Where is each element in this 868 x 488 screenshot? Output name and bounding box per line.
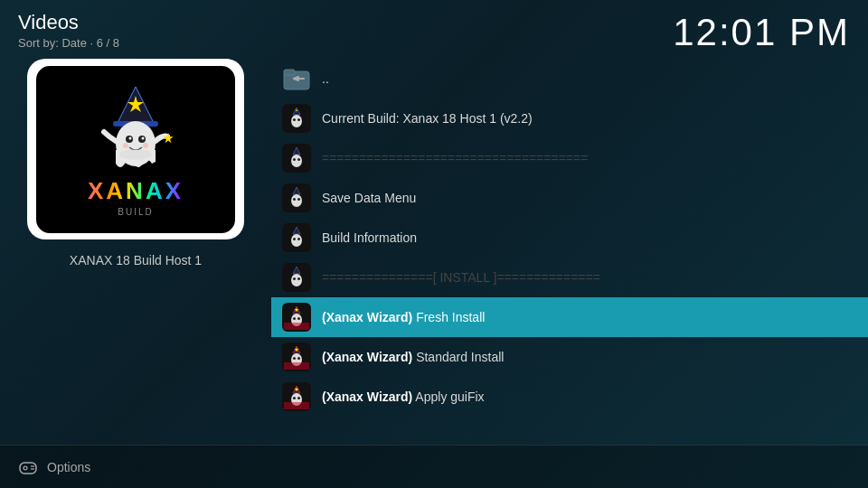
xanax-icon-save-data <box>282 183 311 212</box>
svg-rect-47 <box>284 323 309 330</box>
fresh-install-action: Fresh Install <box>416 310 485 324</box>
apply-guifix-label: (Xanax Wizard) Apply guiFix <box>322 389 857 404</box>
save-data-label: Save Data Menu <box>322 191 857 205</box>
svg-point-58 <box>293 397 296 399</box>
xanax-brand-text: XANAX <box>88 177 184 205</box>
xanax-icon-apply-guifix <box>282 382 311 411</box>
svg-point-7 <box>142 136 145 139</box>
apply-guifix-action: Apply guiFix <box>415 389 484 404</box>
svg-rect-54 <box>284 362 309 370</box>
divider2-label: ===============[ INSTALL ]============== <box>322 270 857 285</box>
svg-point-38 <box>291 274 302 286</box>
build-info-label: Build Information <box>322 230 857 245</box>
svg-point-35 <box>297 238 300 240</box>
list-item-apply-guifix[interactable]: (Xanax Wizard) Apply guiFix <box>271 377 868 417</box>
list-item-divider1: ==================================== <box>271 138 868 178</box>
list-item-fresh-install[interactable]: (Xanax Wizard) Fresh Install <box>271 297 868 337</box>
standard-install-prefix: (Xanax Wizard) <box>322 350 412 364</box>
list-item-back[interactable]: .. <box>271 59 868 99</box>
standard-install-action: Standard Install <box>416 350 504 364</box>
svg-point-52 <box>297 357 300 360</box>
xanax-logo: XANAX BUILD <box>36 66 235 233</box>
svg-point-8 <box>123 143 128 148</box>
svg-rect-13 <box>284 70 295 75</box>
svg-point-18 <box>293 118 296 121</box>
header: Videos Sort by: Date · 6 / 8 12:01 PM <box>0 0 868 65</box>
xanax-icon-standard-install <box>282 343 311 371</box>
list-item-standard-install[interactable]: (Xanax Wizard) Standard Install <box>271 337 868 377</box>
left-panel: XANAX BUILD XANAX 18 Build Host 1 <box>18 59 253 267</box>
fresh-install-prefix: (Xanax Wizard) <box>322 310 412 324</box>
folder-back-icon <box>282 64 311 93</box>
page-subtitle: Sort by: Date · 6 / 8 <box>18 36 119 50</box>
current-build-label: Current Build: Xanax 18 Host 1 (v2.2) <box>322 111 857 126</box>
list-item-divider2: ===============[ INSTALL ]============== <box>271 258 868 297</box>
svg-point-30 <box>297 198 300 201</box>
item-title: XANAX 18 Build Host 1 <box>70 253 202 267</box>
svg-point-63 <box>24 466 27 470</box>
bottom-bar: Options <box>0 445 868 488</box>
svg-point-9 <box>143 143 148 148</box>
xanax-icon-div2 <box>282 263 311 292</box>
svg-point-19 <box>297 118 300 121</box>
svg-point-44 <box>293 317 296 320</box>
xanax-icon-fresh-install <box>282 303 311 332</box>
svg-point-23 <box>291 155 302 167</box>
svg-point-51 <box>293 357 296 360</box>
options-label[interactable]: Options <box>47 460 90 474</box>
apply-guifix-prefix: (Xanax Wizard) <box>322 389 412 404</box>
xanax-build-text: BUILD <box>118 207 153 217</box>
xanax-icon-build-info <box>282 223 311 252</box>
svg-rect-62 <box>20 463 36 474</box>
svg-point-39 <box>293 277 296 280</box>
xanax-icon-current-build <box>282 104 311 133</box>
svg-point-17 <box>291 115 302 127</box>
clock: 12:01 PM <box>673 11 850 54</box>
svg-point-6 <box>129 136 132 139</box>
options-icon <box>18 457 38 477</box>
svg-point-59 <box>297 397 300 399</box>
back-label: .. <box>322 71 857 86</box>
list-item-build-info[interactable]: Build Information <box>271 218 868 258</box>
list-item-save-data[interactable]: Save Data Menu <box>271 178 868 218</box>
xanax-icon-div1 <box>282 144 311 173</box>
svg-point-11 <box>119 149 152 160</box>
wizard-icon <box>86 82 185 182</box>
thumbnail-container: XANAX BUILD <box>27 59 244 239</box>
divider1-label: ==================================== <box>322 151 857 165</box>
page-title: Videos <box>18 11 119 34</box>
svg-point-33 <box>291 234 302 247</box>
standard-install-label: (Xanax Wizard) Standard Install <box>322 350 857 364</box>
right-panel[interactable]: .. Current Build: Xanax 18 Host 1 (v2.2) <box>271 59 868 443</box>
svg-point-29 <box>293 198 296 201</box>
svg-point-24 <box>293 158 296 161</box>
header-left: Videos Sort by: Date · 6 / 8 <box>18 11 119 50</box>
list-item-current-build[interactable]: Current Build: Xanax 18 Host 1 (v2.2) <box>271 99 868 138</box>
svg-point-34 <box>293 238 296 240</box>
fresh-install-label: (Xanax Wizard) Fresh Install <box>322 310 857 324</box>
svg-rect-61 <box>284 402 309 409</box>
svg-point-28 <box>291 194 302 207</box>
header-right: 12:01 PM <box>673 11 850 54</box>
svg-point-40 <box>297 277 300 280</box>
svg-point-25 <box>297 158 300 161</box>
svg-point-45 <box>297 317 300 320</box>
